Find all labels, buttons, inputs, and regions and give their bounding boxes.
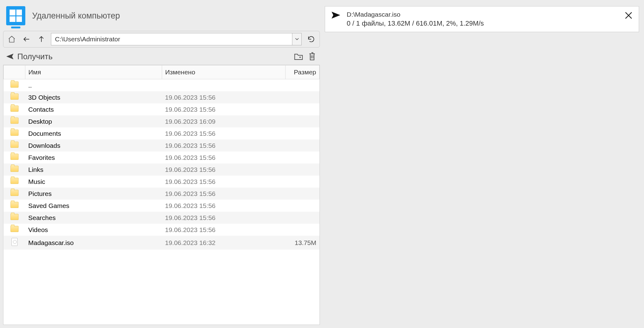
folder-icon (10, 202, 19, 208)
file-size (286, 79, 320, 92)
file-size (286, 139, 320, 152)
receive-label: Получить (17, 52, 52, 61)
table-row[interactable]: Documents19.06.2023 15:56 (4, 127, 320, 139)
windows-logo-icon (6, 6, 25, 25)
file-modified: 19.06.2023 15:56 (162, 176, 286, 188)
column-name[interactable]: Имя (25, 65, 162, 79)
folder-icon (10, 214, 19, 220)
path-combobox[interactable] (51, 33, 302, 45)
receive-icon (6, 53, 14, 60)
folder-icon (10, 190, 19, 196)
file-modified: 19.06.2023 15:56 (162, 152, 286, 164)
folder-icon (10, 81, 19, 88)
transfer-stats: 0 / 1 файлы, 13.62M / 616.01M, 2%, 1.29M… (347, 19, 618, 27)
folder-icon (10, 130, 19, 136)
folder-icon (10, 226, 19, 232)
receive-button[interactable]: Получить (6, 52, 52, 61)
file-table: Имя Изменено Размер ..3D Objects19.06.20… (3, 65, 320, 250)
table-row[interactable]: Favorites19.06.2023 15:56 (4, 152, 320, 164)
transfer-path: D:\Madagascar.iso (347, 11, 618, 18)
column-size[interactable]: Размер (286, 65, 320, 79)
table-row[interactable]: .. (4, 79, 320, 92)
file-size (286, 176, 320, 188)
home-button[interactable] (6, 34, 17, 44)
file-name: Saved Games (25, 200, 162, 212)
folder-icon (10, 93, 19, 100)
refresh-button[interactable] (306, 34, 316, 44)
file-modified: 19.06.2023 15:56 (162, 139, 286, 152)
back-button[interactable] (21, 34, 32, 44)
table-row[interactable]: Contacts19.06.2023 15:56 (4, 103, 320, 115)
nav-bar (3, 31, 320, 48)
file-size (286, 152, 320, 164)
delete-button[interactable] (307, 51, 317, 62)
file-name: Contacts (25, 103, 162, 115)
folder-icon (10, 106, 19, 112)
table-row[interactable]: Videos19.06.2023 15:56 (4, 224, 320, 236)
file-name: Searches (25, 212, 162, 224)
table-row[interactable]: Music19.06.2023 15:56 (4, 176, 320, 188)
header-title: Удаленный компьютер (32, 11, 120, 21)
send-icon (331, 11, 341, 19)
file-modified: 19.06.2023 15:56 (162, 103, 286, 115)
file-name: Links (25, 164, 162, 176)
table-row[interactable]: Links19.06.2023 15:56 (4, 164, 320, 176)
table-row[interactable]: 3D Objects19.06.2023 15:56 (4, 91, 320, 103)
table-row[interactable]: Saved Games19.06.2023 15:56 (4, 200, 320, 212)
transfer-close-button[interactable] (624, 11, 633, 20)
file-name: Favorites (25, 152, 162, 164)
file-name: Pictures (25, 188, 162, 200)
file-modified: 19.06.2023 15:56 (162, 224, 286, 236)
table-row[interactable]: Desktop19.06.2023 16:09 (4, 115, 320, 127)
folder-icon (10, 154, 19, 160)
file-name: Documents (25, 127, 162, 139)
up-button[interactable] (36, 34, 47, 44)
file-icon (11, 238, 18, 246)
header: Удаленный компьютер (0, 0, 323, 28)
file-modified: 19.06.2023 15:56 (162, 212, 286, 224)
file-modified: 19.06.2023 15:56 (162, 127, 286, 139)
file-modified: 19.06.2023 15:56 (162, 91, 286, 103)
file-size (286, 91, 320, 103)
file-size (286, 200, 320, 212)
file-name: Downloads (25, 139, 162, 152)
file-size (286, 224, 320, 236)
folder-icon (10, 178, 19, 184)
path-dropdown-button[interactable] (292, 33, 301, 45)
file-size (286, 188, 320, 200)
folder-icon (10, 118, 19, 124)
file-size (286, 127, 320, 139)
new-folder-button[interactable] (293, 51, 304, 62)
file-modified (162, 79, 286, 92)
column-icon[interactable] (4, 65, 25, 79)
column-modified[interactable]: Изменено (162, 65, 286, 79)
file-modified: 19.06.2023 15:56 (162, 188, 286, 200)
file-size (286, 212, 320, 224)
transfer-card: D:\Madagascar.iso 0 / 1 файлы, 13.62M / … (325, 6, 639, 32)
file-size (286, 103, 320, 115)
file-name: Madagascar.iso (25, 236, 162, 250)
file-name: Videos (25, 224, 162, 236)
file-modified: 19.06.2023 16:32 (162, 236, 286, 250)
table-row[interactable]: Madagascar.iso19.06.2023 16:3213.75M (4, 236, 320, 250)
file-size (286, 164, 320, 176)
file-size: 13.75M (286, 236, 320, 250)
file-size (286, 115, 320, 127)
table-row[interactable]: Downloads19.06.2023 15:56 (4, 139, 320, 152)
action-bar: Получить (0, 48, 323, 65)
file-name: 3D Objects (25, 91, 162, 103)
table-row[interactable]: Pictures19.06.2023 15:56 (4, 188, 320, 200)
file-modified: 19.06.2023 15:56 (162, 200, 286, 212)
file-name: .. (25, 79, 162, 92)
folder-icon (10, 142, 19, 148)
table-row[interactable]: Searches19.06.2023 15:56 (4, 212, 320, 224)
file-table-container: Имя Изменено Размер ..3D Objects19.06.20… (3, 65, 320, 325)
path-input[interactable] (51, 35, 292, 43)
folder-icon (10, 166, 19, 172)
file-modified: 19.06.2023 16:09 (162, 115, 286, 127)
file-modified: 19.06.2023 15:56 (162, 164, 286, 176)
file-name: Music (25, 176, 162, 188)
file-name: Desktop (25, 115, 162, 127)
